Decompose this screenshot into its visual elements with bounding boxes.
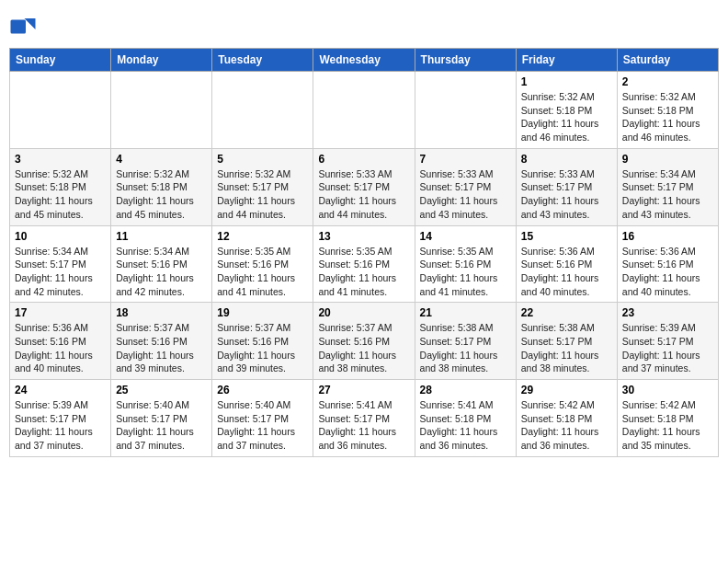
day-number: 20	[318, 306, 409, 319]
day-number: 29	[521, 384, 612, 396]
day-info: Sunrise: 5:36 AMSunset: 5:16 PMDaylight:…	[521, 245, 612, 299]
day-info: Sunrise: 5:36 AMSunset: 5:16 PMDaylight:…	[622, 245, 713, 299]
weekday-header-saturday: Saturday	[617, 49, 718, 72]
calendar-cell: 2Sunrise: 5:32 AMSunset: 5:18 PMDaylight…	[617, 72, 718, 149]
calendar-cell: 8Sunrise: 5:33 AMSunset: 5:17 PMDaylight…	[516, 148, 617, 225]
weekday-header-friday: Friday	[516, 49, 617, 72]
calendar-cell: 7Sunrise: 5:33 AMSunset: 5:17 PMDaylight…	[415, 148, 516, 225]
day-number: 24	[15, 384, 106, 396]
weekday-header-tuesday: Tuesday	[212, 49, 313, 72]
calendar-cell: 1Sunrise: 5:32 AMSunset: 5:18 PMDaylight…	[516, 72, 617, 149]
calendar-week-5: 24Sunrise: 5:39 AMSunset: 5:17 PMDayligh…	[10, 380, 719, 457]
page-header	[9, 9, 719, 40]
weekday-header-thursday: Thursday	[415, 49, 516, 72]
day-info: Sunrise: 5:35 AMSunset: 5:16 PMDaylight:…	[217, 245, 308, 299]
calendar-cell: 11Sunrise: 5:34 AMSunset: 5:16 PMDayligh…	[111, 225, 212, 303]
calendar-cell: 20Sunrise: 5:37 AMSunset: 5:16 PMDayligh…	[313, 303, 415, 380]
calendar-cell: 4Sunrise: 5:32 AMSunset: 5:18 PMDaylight…	[111, 148, 212, 225]
calendar-cell: 3Sunrise: 5:32 AMSunset: 5:18 PMDaylight…	[10, 148, 111, 225]
day-number: 17	[15, 306, 106, 319]
calendar-cell: 25Sunrise: 5:40 AMSunset: 5:17 PMDayligh…	[111, 380, 212, 457]
calendar-cell: 6Sunrise: 5:33 AMSunset: 5:17 PMDaylight…	[313, 148, 415, 225]
day-number: 7	[420, 153, 511, 166]
day-number: 27	[318, 384, 409, 396]
calendar-week-1: 1Sunrise: 5:32 AMSunset: 5:18 PMDaylight…	[10, 72, 719, 149]
day-number: 30	[622, 384, 713, 396]
calendar-cell: 24Sunrise: 5:39 AMSunset: 5:17 PMDayligh…	[10, 380, 111, 457]
day-info: Sunrise: 5:41 AMSunset: 5:18 PMDaylight:…	[420, 398, 511, 453]
weekday-header-monday: Monday	[111, 49, 212, 72]
day-info: Sunrise: 5:39 AMSunset: 5:17 PMDaylight:…	[622, 321, 713, 375]
day-number: 6	[318, 153, 409, 166]
calendar-week-3: 10Sunrise: 5:34 AMSunset: 5:17 PMDayligh…	[10, 225, 719, 303]
logo-icon	[9, 13, 37, 40]
calendar-cell: 21Sunrise: 5:38 AMSunset: 5:17 PMDayligh…	[415, 303, 516, 380]
day-info: Sunrise: 5:37 AMSunset: 5:16 PMDaylight:…	[116, 321, 207, 375]
day-info: Sunrise: 5:33 AMSunset: 5:17 PMDaylight:…	[420, 167, 511, 222]
calendar-cell: 15Sunrise: 5:36 AMSunset: 5:16 PMDayligh…	[516, 225, 617, 303]
calendar-body: 1Sunrise: 5:32 AMSunset: 5:18 PMDaylight…	[10, 72, 719, 457]
calendar-cell	[313, 72, 415, 149]
day-info: Sunrise: 5:37 AMSunset: 5:16 PMDaylight:…	[217, 321, 308, 375]
day-number: 9	[622, 153, 713, 166]
weekday-header-wednesday: Wednesday	[313, 49, 415, 72]
calendar-cell: 29Sunrise: 5:42 AMSunset: 5:18 PMDayligh…	[516, 380, 617, 457]
day-info: Sunrise: 5:32 AMSunset: 5:17 PMDaylight:…	[217, 167, 308, 222]
day-info: Sunrise: 5:39 AMSunset: 5:17 PMDaylight:…	[15, 398, 106, 453]
day-number: 5	[217, 153, 308, 166]
day-info: Sunrise: 5:34 AMSunset: 5:17 PMDaylight:…	[622, 167, 713, 222]
day-number: 16	[622, 230, 713, 243]
day-number: 23	[622, 306, 713, 319]
day-number: 12	[217, 230, 308, 243]
calendar-table: SundayMondayTuesdayWednesdayThursdayFrid…	[9, 48, 719, 457]
calendar-cell	[212, 72, 313, 149]
calendar-cell: 22Sunrise: 5:38 AMSunset: 5:17 PMDayligh…	[516, 303, 617, 380]
calendar-cell: 12Sunrise: 5:35 AMSunset: 5:16 PMDayligh…	[212, 225, 313, 303]
day-info: Sunrise: 5:40 AMSunset: 5:17 PMDaylight:…	[116, 398, 207, 453]
day-number: 25	[116, 384, 207, 396]
day-info: Sunrise: 5:33 AMSunset: 5:17 PMDaylight:…	[521, 167, 612, 222]
day-info: Sunrise: 5:42 AMSunset: 5:18 PMDaylight:…	[622, 398, 713, 453]
day-info: Sunrise: 5:41 AMSunset: 5:17 PMDaylight:…	[318, 398, 409, 453]
day-number: 28	[420, 384, 511, 396]
day-number: 15	[521, 230, 612, 243]
day-info: Sunrise: 5:32 AMSunset: 5:18 PMDaylight:…	[521, 90, 612, 144]
day-info: Sunrise: 5:35 AMSunset: 5:16 PMDaylight:…	[420, 245, 511, 299]
calendar-cell: 14Sunrise: 5:35 AMSunset: 5:16 PMDayligh…	[415, 225, 516, 303]
calendar-cell	[415, 72, 516, 149]
day-number: 2	[622, 75, 713, 88]
day-number: 22	[521, 306, 612, 319]
calendar-cell: 5Sunrise: 5:32 AMSunset: 5:17 PMDaylight…	[212, 148, 313, 225]
day-number: 8	[521, 153, 612, 166]
day-number: 1	[521, 75, 612, 88]
day-info: Sunrise: 5:37 AMSunset: 5:16 PMDaylight:…	[318, 321, 409, 375]
calendar-week-4: 17Sunrise: 5:36 AMSunset: 5:16 PMDayligh…	[10, 303, 719, 380]
calendar-cell: 9Sunrise: 5:34 AMSunset: 5:17 PMDaylight…	[617, 148, 718, 225]
day-number: 10	[15, 230, 106, 243]
day-info: Sunrise: 5:32 AMSunset: 5:18 PMDaylight:…	[116, 167, 207, 222]
logo	[9, 13, 40, 40]
day-number: 14	[420, 230, 511, 243]
calendar-cell	[111, 72, 212, 149]
weekday-header-sunday: Sunday	[10, 49, 111, 72]
calendar-cell: 27Sunrise: 5:41 AMSunset: 5:17 PMDayligh…	[313, 380, 415, 457]
day-info: Sunrise: 5:38 AMSunset: 5:17 PMDaylight:…	[521, 321, 612, 375]
calendar-header-row: SundayMondayTuesdayWednesdayThursdayFrid…	[10, 49, 719, 72]
day-number: 26	[217, 384, 308, 396]
day-info: Sunrise: 5:42 AMSunset: 5:18 PMDaylight:…	[521, 398, 612, 453]
calendar-cell: 13Sunrise: 5:35 AMSunset: 5:16 PMDayligh…	[313, 225, 415, 303]
calendar-cell: 26Sunrise: 5:40 AMSunset: 5:17 PMDayligh…	[212, 380, 313, 457]
day-info: Sunrise: 5:32 AMSunset: 5:18 PMDaylight:…	[622, 90, 713, 144]
day-info: Sunrise: 5:32 AMSunset: 5:18 PMDaylight:…	[15, 167, 106, 222]
day-number: 21	[420, 306, 511, 319]
day-number: 19	[217, 306, 308, 319]
calendar-cell: 16Sunrise: 5:36 AMSunset: 5:16 PMDayligh…	[617, 225, 718, 303]
day-number: 13	[318, 230, 409, 243]
calendar-cell: 18Sunrise: 5:37 AMSunset: 5:16 PMDayligh…	[111, 303, 212, 380]
calendar-cell: 30Sunrise: 5:42 AMSunset: 5:18 PMDayligh…	[617, 380, 718, 457]
calendar-cell: 19Sunrise: 5:37 AMSunset: 5:16 PMDayligh…	[212, 303, 313, 380]
day-info: Sunrise: 5:38 AMSunset: 5:17 PMDaylight:…	[420, 321, 511, 375]
day-info: Sunrise: 5:34 AMSunset: 5:17 PMDaylight:…	[15, 245, 106, 299]
day-number: 11	[116, 230, 207, 243]
calendar-week-2: 3Sunrise: 5:32 AMSunset: 5:18 PMDaylight…	[10, 148, 719, 225]
